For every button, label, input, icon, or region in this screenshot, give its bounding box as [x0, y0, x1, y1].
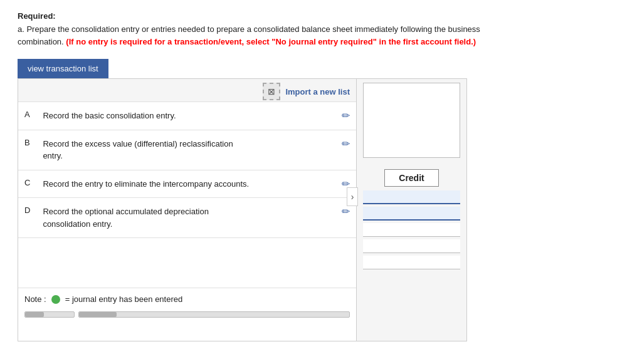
main-content-area: ⊠ Import a new list A Record the basic c…: [18, 78, 467, 341]
left-panel: ⊠ Import a new list A Record the basic c…: [18, 79, 357, 341]
scrollbar-thumb-main: [79, 312, 117, 317]
credit-header-row: Credit: [357, 169, 466, 187]
entry-desc-b: Record the excess value (differential) r…: [36, 130, 335, 170]
entries-table: A Record the basic consolidation entry. …: [18, 102, 356, 288]
chevron-button[interactable]: ›: [347, 187, 358, 206]
entry-letter-a: A: [18, 102, 36, 130]
note-text: = journal entry has been entered: [65, 294, 183, 304]
credit-input-3[interactable]: [363, 223, 460, 237]
table-row: C Record the entry to eliminate the inte…: [18, 170, 356, 198]
entry-desc-c: Record the entry to eliminate the interc…: [36, 170, 335, 198]
import-toolbar: ⊠ Import a new list: [18, 79, 356, 102]
required-label: Required:: [18, 11, 624, 21]
credit-header: Credit: [384, 169, 438, 187]
credit-input-5[interactable]: [363, 256, 460, 269]
page-container: Required: a. Prepare the consolidation e…: [0, 0, 642, 341]
entry-edit-b[interactable]: ✏: [335, 130, 356, 170]
note-row: Note : = journal entry has been entered: [18, 288, 356, 309]
credit-input-2[interactable]: [363, 207, 460, 221]
right-panel: › Credit: [357, 79, 466, 341]
table-row: B Record the excess value (differential)…: [18, 130, 356, 170]
entry-letter-c: C: [18, 170, 36, 198]
credit-input-1[interactable]: [363, 190, 460, 204]
import-link[interactable]: Import a new list: [285, 87, 350, 96]
green-dot-icon: [51, 295, 60, 304]
instruction-line2: combination.: [18, 37, 66, 46]
table-row: D Record the optional accumulated deprec…: [18, 198, 356, 238]
chevron-icon: ›: [351, 192, 354, 202]
note-label: Note :: [24, 294, 46, 304]
scrollbar-container: [18, 309, 356, 321]
scrollbar-track-left[interactable]: [24, 311, 75, 318]
credit-input-4[interactable]: [363, 239, 460, 253]
table-row-empty: [18, 238, 356, 288]
scrollbar-thumb-left: [25, 312, 44, 317]
entry-letter-b: B: [18, 130, 36, 170]
view-transaction-button[interactable]: view transaction list: [18, 59, 108, 78]
entry-desc-d: Record the optional accumulated deprecia…: [36, 198, 335, 238]
entry-edit-a[interactable]: ✏: [335, 102, 356, 130]
credit-inputs: [363, 190, 460, 269]
table-row: A Record the basic consolidation entry. …: [18, 102, 356, 130]
instruction-bold-red: (If no entry is required for a transacti…: [66, 37, 476, 46]
import-icon[interactable]: ⊠: [263, 83, 280, 100]
entry-desc-a: Record the basic consolidation entry.: [36, 102, 335, 130]
right-upper-box: [363, 83, 460, 158]
entry-letter-d: D: [18, 198, 36, 238]
instruction-text: a. Prepare the consolidation entry or en…: [18, 23, 624, 48]
scrollbar-track-main[interactable]: [78, 311, 350, 318]
instruction-line1: a. Prepare the consolidation entry or en…: [18, 24, 480, 34]
